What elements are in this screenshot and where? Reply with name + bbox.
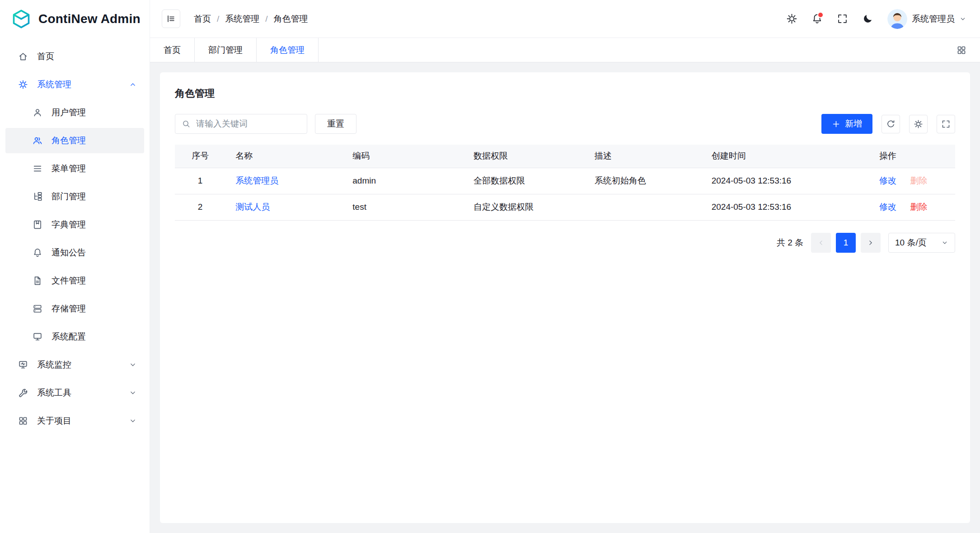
- sidebar-item-label: 菜单管理: [52, 163, 86, 175]
- tree-icon: [33, 192, 42, 202]
- sidebar-item-about-project[interactable]: 关于项目: [5, 408, 144, 434]
- prev-page-button[interactable]: [811, 233, 831, 253]
- avatar: [887, 9, 907, 29]
- edit-link[interactable]: 修改: [879, 202, 896, 212]
- page-size-value: 10 条/页: [895, 237, 927, 249]
- gear-icon: [914, 119, 923, 129]
- storage-icon: [33, 304, 42, 314]
- dark-mode-button[interactable]: [862, 13, 873, 24]
- column-settings-button[interactable]: [909, 115, 928, 133]
- expand-table-button[interactable]: [937, 115, 955, 133]
- search-icon: [182, 119, 191, 128]
- add-button[interactable]: 新增: [821, 114, 872, 134]
- column-header-created: 创建时间: [702, 145, 869, 168]
- sidebar-item-label: 部门管理: [52, 191, 86, 203]
- breadcrumb-separator: /: [265, 14, 267, 24]
- tab-bar-spacer: [319, 38, 943, 62]
- cell-scope: 自定义数据权限: [464, 194, 585, 220]
- sidebar-item-system-tools[interactable]: 系统工具: [5, 380, 144, 406]
- topbar: 首页 / 系统管理 / 角色管理: [150, 0, 980, 38]
- sidebar-item-menu-management[interactable]: 菜单管理: [5, 156, 144, 181]
- app-title: ContiNew Admin: [38, 12, 141, 26]
- delete-link[interactable]: 删除: [910, 202, 927, 212]
- add-button-label: 新增: [845, 118, 862, 130]
- content-area: 角色管理 重置 新增: [150, 62, 980, 533]
- table-toolbar: 重置 新增: [175, 114, 955, 134]
- next-page-button[interactable]: [861, 233, 881, 253]
- sidebar-item-system-monitor[interactable]: 系统监控: [5, 352, 144, 377]
- sidebar-item-user-management[interactable]: 用户管理: [5, 100, 144, 125]
- column-header-code: 编码: [342, 145, 464, 168]
- breadcrumb-item-current: 角色管理: [274, 13, 308, 25]
- tab-label: 首页: [164, 44, 181, 56]
- roles-card: 角色管理 重置 新增: [160, 72, 970, 523]
- sidebar-item-dept-management[interactable]: 部门管理: [5, 184, 144, 209]
- role-name-link[interactable]: 测试人员: [235, 202, 270, 212]
- page-1-button[interactable]: 1: [836, 233, 856, 253]
- sidebar-item-label: 首页: [37, 51, 54, 62]
- apps-grid-icon: [18, 416, 28, 426]
- settings-button[interactable]: [786, 13, 797, 24]
- home-icon: [18, 52, 28, 61]
- sidebar-item-storage-management[interactable]: 存储管理: [5, 296, 144, 321]
- chevron-left-icon: [817, 239, 825, 247]
- cell-created: 2024-05-03 12:53:16: [702, 194, 869, 220]
- file-icon: [33, 276, 42, 286]
- tab-bar: 首页 部门管理 角色管理: [150, 38, 980, 62]
- sidebar-item-label: 用户管理: [52, 107, 86, 118]
- roles-table: 序号 名称 编码 数据权限 描述 创建时间 操作 1 系统管理员: [175, 145, 955, 221]
- breadcrumb-item[interactable]: 系统管理: [225, 13, 259, 25]
- reset-button[interactable]: 重置: [315, 114, 356, 134]
- table-row: 1 系统管理员 admin 全部数据权限 系统初始角色 2024-05-03 1…: [175, 168, 955, 194]
- refresh-icon: [886, 119, 896, 129]
- menu-fold-icon: [166, 14, 176, 24]
- bell-icon: [33, 248, 42, 258]
- role-name-link[interactable]: 系统管理员: [235, 176, 278, 185]
- app-window: ContiNew Admin 首页 系统管理 用户管理 角色管理: [0, 0, 980, 533]
- sidebar-item-notice[interactable]: 通知公告: [5, 240, 144, 265]
- fullscreen-button[interactable]: [837, 13, 848, 24]
- sidebar-item-role-management[interactable]: 角色管理: [5, 128, 144, 153]
- page-size-select[interactable]: 10 条/页: [888, 233, 955, 253]
- column-header-desc: 描述: [585, 145, 702, 168]
- sidebar-item-file-management[interactable]: 文件管理: [5, 268, 144, 293]
- tab-home[interactable]: 首页: [150, 38, 195, 62]
- delete-link-disabled[interactable]: 删除: [910, 176, 927, 185]
- tab-dept-management[interactable]: 部门管理: [195, 38, 257, 62]
- tab-actions-button[interactable]: [943, 38, 980, 62]
- sidebar-item-dict-management[interactable]: 字典管理: [5, 212, 144, 237]
- sidebar-item-system-config[interactable]: 系统配置: [5, 324, 144, 349]
- column-header-index: 序号: [175, 145, 225, 168]
- sidebar-item-label: 存储管理: [52, 303, 86, 315]
- sidebar-item-system-management[interactable]: 系统管理: [5, 72, 144, 97]
- gear-icon: [18, 80, 28, 90]
- sidebar-item-label: 系统监控: [37, 359, 71, 371]
- cell-code: test: [342, 194, 464, 220]
- breadcrumb-item[interactable]: 首页: [194, 13, 211, 25]
- app-logo-icon: [11, 9, 32, 29]
- sidebar-item-home[interactable]: 首页: [5, 44, 144, 69]
- chevron-down-icon: [959, 15, 966, 23]
- expand-icon: [941, 119, 951, 129]
- search-input[interactable]: [195, 118, 300, 129]
- book-icon: [33, 220, 42, 230]
- sidebar-item-label: 关于项目: [37, 415, 71, 427]
- sidebar-item-label: 系统工具: [37, 387, 71, 399]
- column-header-scope: 数据权限: [464, 145, 585, 168]
- notifications-button[interactable]: [811, 13, 823, 24]
- column-header-name: 名称: [225, 145, 342, 168]
- edit-link[interactable]: 修改: [879, 176, 896, 185]
- user-icon: [33, 108, 42, 118]
- chevron-down-icon: [941, 239, 948, 246]
- sidebar-item-label: 字典管理: [52, 219, 86, 231]
- collapse-sidebar-button[interactable]: [162, 9, 180, 28]
- refresh-button[interactable]: [882, 115, 900, 133]
- tab-role-management[interactable]: 角色管理: [257, 38, 319, 62]
- user-name: 系统管理员: [912, 13, 955, 25]
- sidebar-menu: 首页 系统管理 用户管理 角色管理 菜单管理 部门管理: [0, 38, 150, 533]
- cell-desc: 系统初始角色: [585, 168, 702, 194]
- cell-index: 1: [175, 168, 225, 194]
- pagination: 共 2 条 1 10 条/页: [175, 233, 955, 253]
- chevron-up-icon: [129, 80, 137, 89]
- user-menu[interactable]: 系统管理员: [887, 9, 966, 29]
